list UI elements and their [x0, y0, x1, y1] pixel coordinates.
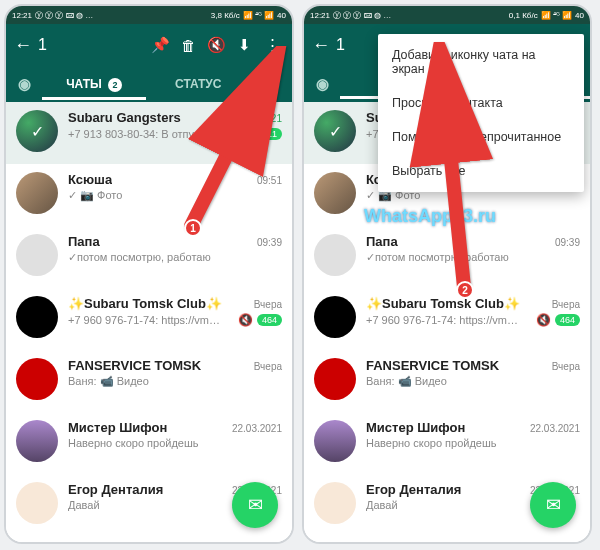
muted-icon: 🔇	[238, 127, 253, 141]
chat-time: 09:39	[257, 237, 282, 248]
chat-name: Егор Денталия	[68, 482, 163, 497]
avatar[interactable]	[16, 296, 58, 338]
chat-name: Ксюша	[68, 172, 112, 187]
avatar[interactable]	[314, 234, 356, 276]
chat-name: FANSERVICE TOMSK	[68, 358, 201, 373]
time-label: 12:21	[12, 11, 32, 20]
unread-count: 911	[257, 128, 282, 140]
chat-time: Вчера	[552, 299, 580, 310]
avatar[interactable]	[16, 234, 58, 276]
chat-name: Subaru Gangsters	[68, 110, 181, 125]
overflow-menu: Добавить иконку чата на экранПросмотр ко…	[378, 34, 584, 192]
tab-calls[interactable]: З	[250, 71, 292, 97]
avatar[interactable]	[16, 358, 58, 400]
avatar[interactable]: ✓	[16, 110, 58, 152]
chat-name: FANSERVICE TOMSK	[366, 358, 499, 373]
back-icon[interactable]: ←	[310, 35, 332, 56]
chat-name: Мистер Шифон	[366, 420, 465, 435]
pin-icon[interactable]: 📌	[146, 31, 174, 59]
muted-icon: 🔇	[536, 313, 551, 327]
message-icon: ✉︎	[248, 494, 263, 516]
selection-count: 1	[38, 36, 47, 54]
chat-preview: ✓ 📷 Фото	[68, 189, 276, 202]
signal-icon: 📶 ⁴ᴳ 📶	[243, 11, 274, 20]
chat-row[interactable]: FANSERVICE TOMSKВчераВаня: 📹 Видео	[304, 350, 590, 412]
chat-name: ✨Subaru Tomsk Club✨	[366, 296, 520, 311]
status-bar: 12:21 ⓨ ⓨ ⓨ 🖂 ◍ … 3,8 Кб/с 📶 ⁴ᴳ 📶 40	[6, 6, 292, 24]
avatar[interactable]: ✓	[314, 110, 356, 152]
time-label: 12:21	[310, 11, 330, 20]
annotation-2: 2	[456, 281, 474, 299]
camera-icon[interactable]: ◉	[6, 75, 42, 93]
menu-item[interactable]: Просмотр контакта	[378, 86, 584, 120]
menu-item[interactable]: Выбрать все	[378, 154, 584, 188]
avatar[interactable]	[314, 172, 356, 214]
chat-preview: +7 913 803-80-34: В отпус…	[68, 128, 232, 140]
annotation-1: 1	[184, 219, 202, 237]
chat-row[interactable]: ✓Subaru Gangsters12:21+7 913 803-80-34: …	[6, 102, 292, 164]
chat-row[interactable]: ✨Subaru Tomsk Club✨Вчера+7 960 976-71-74…	[6, 288, 292, 350]
chat-name: Папа	[68, 234, 100, 249]
chat-time: 12:21	[257, 113, 282, 124]
avatar[interactable]	[314, 420, 356, 462]
chat-time: Вчера	[254, 361, 282, 372]
chat-row[interactable]: FANSERVICE TOMSKВчераВаня: 📹 Видео	[6, 350, 292, 412]
chat-list[interactable]: ✓Subaru Gangsters12:21+7 913 803-80-34: …	[6, 102, 292, 542]
phone-left: 12:21 ⓨ ⓨ ⓨ 🖂 ◍ … 3,8 Кб/с 📶 ⁴ᴳ 📶 40 ← 1…	[4, 4, 294, 544]
chat-preview: Ваня: 📹 Видео	[68, 375, 276, 388]
avatar[interactable]	[314, 358, 356, 400]
icons-left: ⓨ ⓨ ⓨ 🖂 ◍ …	[35, 10, 93, 21]
chat-name: Папа	[366, 234, 398, 249]
chat-preview: ✓потом посмотрю, работаю	[68, 251, 276, 264]
battery-icon: 40	[277, 11, 286, 20]
chat-preview: Ваня: 📹 Видео	[366, 375, 574, 388]
icons-left: ⓨ ⓨ ⓨ 🖂 ◍ …	[333, 10, 391, 21]
tab-bar: ◉ ЧАТЫ 2 СТАТУС З	[6, 66, 292, 102]
chat-preview: +7 960 976-71-74: https://vm…	[68, 314, 232, 326]
chat-time: 22.03.2021	[232, 423, 282, 434]
phone-right: 12:21 ⓨ ⓨ ⓨ 🖂 ◍ … 0,1 Кб/с 📶 ⁴ᴳ 📶 40 ← 1…	[302, 4, 592, 544]
camera-icon[interactable]: ◉	[304, 75, 340, 93]
tab-chats[interactable]: ЧАТЫ 2	[42, 71, 146, 98]
avatar[interactable]	[16, 172, 58, 214]
back-icon[interactable]: ←	[12, 35, 34, 56]
chat-name: Егор Денталия	[366, 482, 461, 497]
selection-toolbar: ← 1 📌 🗑 🔇 ⬇︎ ⋮	[6, 24, 292, 66]
signal-icon: 📶 ⁴ᴳ 📶	[541, 11, 572, 20]
net-speed: 3,8 Кб/с	[211, 11, 240, 20]
unread-count: 464	[257, 314, 282, 326]
chat-row[interactable]: Папа09:39✓потом посмотрю, работаю	[304, 226, 590, 288]
chat-preview: Наверно скоро пройдешь	[366, 437, 574, 449]
unread-badge: 2	[108, 78, 122, 92]
overflow-icon[interactable]: ⋮	[258, 31, 286, 59]
tab-status[interactable]: СТАТУС	[146, 71, 250, 97]
chat-time: 22.03.2021	[530, 423, 580, 434]
avatar[interactable]	[16, 420, 58, 462]
muted-icon: 🔇	[238, 313, 253, 327]
avatar[interactable]	[314, 296, 356, 338]
battery-icon: 40	[575, 11, 584, 20]
chat-row[interactable]: ✨Subaru Tomsk Club✨Вчера+7 960 976-71-74…	[304, 288, 590, 350]
chat-name: Мистер Шифон	[68, 420, 167, 435]
avatar[interactable]	[16, 482, 58, 524]
unread-count: 464	[555, 314, 580, 326]
delete-icon[interactable]: 🗑	[174, 31, 202, 59]
new-chat-fab[interactable]: ✉︎	[530, 482, 576, 528]
chat-time: 09:51	[257, 175, 282, 186]
chat-row[interactable]: Мистер Шифон22.03.2021Наверно скоро прой…	[6, 412, 292, 474]
chat-preview: ✓потом посмотрю, работаю	[366, 251, 574, 264]
status-bar: 12:21 ⓨ ⓨ ⓨ 🖂 ◍ … 0,1 Кб/с 📶 ⁴ᴳ 📶 40	[304, 6, 590, 24]
chat-time: Вчера	[254, 299, 282, 310]
chat-name: ✨Subaru Tomsk Club✨	[68, 296, 222, 311]
avatar[interactable]	[314, 482, 356, 524]
chat-preview: Наверно скоро пройдешь	[68, 437, 276, 449]
menu-item[interactable]: Добавить иконку чата на экран	[378, 38, 584, 86]
new-chat-fab[interactable]: ✉︎	[232, 482, 278, 528]
archive-icon[interactable]: ⬇︎	[230, 31, 258, 59]
mute-icon[interactable]: 🔇	[202, 31, 230, 59]
selection-count: 1	[336, 36, 345, 54]
menu-item[interactable]: Пометить как непрочитанное	[378, 120, 584, 154]
chat-row[interactable]: Ксюша09:51✓ 📷 Фото	[6, 164, 292, 226]
chat-row[interactable]: Папа09:39✓потом посмотрю, работаю	[6, 226, 292, 288]
chat-row[interactable]: Мистер Шифон22.03.2021Наверно скоро прой…	[304, 412, 590, 474]
